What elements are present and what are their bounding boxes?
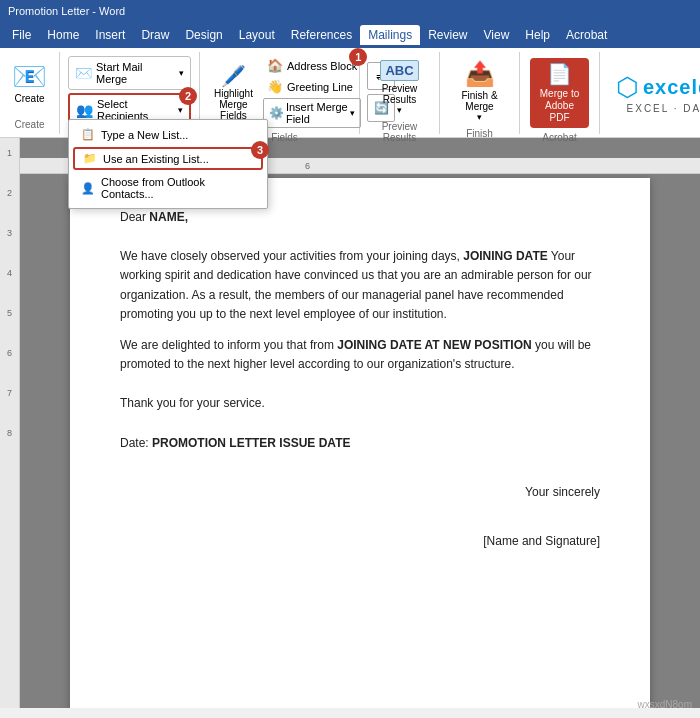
list-icon: 📋 — [81, 128, 95, 141]
paragraph-2: We are delighted to inform you that from… — [120, 336, 600, 374]
main-area: 1 2 3 4 5 6 7 8 1 2 3 4 5 6 Dear NAME, W… — [0, 138, 700, 708]
ribbon-group-create: 📧 Create Create — [0, 52, 60, 134]
recipients-icon: 👥 — [76, 102, 93, 118]
choose-outlook-label: Choose from Outlook Contacts... — [101, 176, 255, 200]
merge-adobe-button[interactable]: 📄 Merge toAdobe PDF — [530, 58, 589, 128]
ribbon-group-start-mailmerge: ✉️ Start Mail Merge ▾ 👥 Select Recipient… — [60, 52, 200, 134]
highlight-icon: 🖊️ — [221, 64, 246, 88]
contacts-icon: 👤 — [81, 182, 95, 195]
address-block-label: Address Block — [287, 60, 357, 72]
menubar-item-insert[interactable]: Insert — [87, 25, 133, 45]
merge-field-icon: ⚙️ — [269, 106, 284, 120]
create-group-label: Create — [14, 117, 44, 130]
paragraph-1: We have closely observed your activities… — [120, 247, 600, 324]
dropdown-arrow-icon: ▾ — [179, 68, 184, 78]
signature-paragraph: [Name and Signature] — [120, 532, 600, 551]
preview-group-label: Preview Results — [368, 119, 431, 143]
insert-merge-field-label: Insert Merge Field — [286, 101, 348, 125]
document-page: Dear NAME, We have closely observed your… — [70, 178, 650, 708]
para2-text-a: We are delighted to inform you that from — [120, 338, 337, 352]
folder-icon: 📁 — [83, 152, 97, 165]
finish-group-label: Finish — [466, 126, 493, 139]
menubar-item-mailings[interactable]: Mailings — [360, 25, 420, 45]
logo-container: ⬡ exceldemy EXCEL · DATA · BI — [600, 52, 700, 134]
document-area[interactable]: 1 2 3 4 5 6 Dear NAME, We have closely o… — [20, 138, 700, 708]
insert-merge-field-button[interactable]: ⚙️ Insert Merge Field ▾ — [263, 98, 361, 128]
create-label: Create — [14, 93, 44, 104]
menubar-item-review[interactable]: Review — [420, 25, 475, 45]
dear-text: Dear — [120, 210, 149, 224]
date-paragraph: Date: PROMOTION LETTER ISSUE DATE — [120, 434, 600, 453]
logo-hex-icon: ⬡ — [616, 72, 639, 103]
finish-merge-button[interactable]: 📤 Finish &Merge ▾ — [453, 56, 505, 126]
recipients-dropdown-icon: ▾ — [178, 105, 183, 115]
create-icon: 📧 — [12, 60, 47, 93]
menubar-item-acrobat[interactable]: Acrobat — [558, 25, 615, 45]
abc-icon: ABC — [380, 60, 418, 81]
type-new-list-item[interactable]: 📋 Type a New List... — [69, 123, 267, 146]
finish-dropdown-icon: ▾ — [477, 112, 482, 122]
acrobat-group-label: Acrobat — [542, 130, 576, 143]
preview-dropdown-icon: ▾ — [397, 105, 402, 115]
menubar: File Home Insert Draw Design Layout Refe… — [0, 22, 700, 48]
filename: Promotion Letter - Word — [8, 5, 125, 17]
envelope-icon: ✉️ — [75, 65, 92, 81]
menubar-item-design[interactable]: Design — [177, 25, 230, 45]
closing-paragraph: Your sincerely — [120, 483, 600, 502]
watermark: wxsxdN8om — [638, 699, 692, 708]
logo-text: exceldemy — [643, 76, 700, 99]
finish-icon: 📤 — [465, 60, 495, 88]
preview-results-button[interactable]: ABC PreviewResults ▾ — [372, 56, 426, 119]
merge-field-dropdown-icon: ▾ — [350, 108, 355, 118]
use-existing-list-item[interactable]: 📁 Use an Existing List... 3 — [73, 147, 263, 170]
joining-date-new-field: JOINING DATE AT NEW POSITION — [337, 338, 531, 352]
select-recipients-dropdown: 📋 Type a New List... 📁 Use an Existing L… — [68, 119, 268, 209]
ribbon-group-preview: ABC PreviewResults ▾ Preview Results — [360, 52, 440, 134]
side-ruler: 1 2 3 4 5 6 7 8 — [0, 138, 20, 708]
highlight-merge-button[interactable]: 🖊️ HighlightMerge Fields — [208, 60, 259, 125]
menubar-item-draw[interactable]: Draw — [133, 25, 177, 45]
ribbon-group-finish: 📤 Finish &Merge ▾ Finish — [440, 52, 520, 134]
start-mailmerge-label: Start Mail Merge — [96, 61, 175, 85]
adobe-icon: 📄 — [547, 62, 572, 86]
para1-text-a: We have closely observed your activities… — [120, 249, 463, 263]
joining-date-field: JOINING DATE — [463, 249, 547, 263]
menubar-item-home[interactable]: Home — [39, 25, 87, 45]
greeting-icon: 👋 — [267, 79, 283, 94]
address-block-icon: 🏠 — [267, 58, 283, 73]
greeting-line-button[interactable]: 👋 Greeting Line — [263, 77, 361, 96]
ribbon: 📧 Create Create ✉️ Start Mail Merge ▾ 👥 … — [0, 48, 700, 138]
thanks-paragraph: Thank you for your service. — [120, 394, 600, 413]
badge-select-recipients: 2 — [179, 87, 197, 105]
type-new-list-label: Type a New List... — [101, 129, 188, 141]
menubar-item-references[interactable]: References — [283, 25, 360, 45]
create-button[interactable]: 📧 Create — [5, 56, 55, 108]
logo-sub: EXCEL · DATA · BI — [627, 103, 700, 114]
menubar-item-layout[interactable]: Layout — [231, 25, 283, 45]
date-field: PROMOTION LETTER ISSUE DATE — [152, 436, 350, 450]
ribbon-group-acrobat: 📄 Merge toAdobe PDF Acrobat — [520, 52, 600, 134]
menubar-item-view[interactable]: View — [476, 25, 518, 45]
choose-outlook-contacts-item[interactable]: 👤 Choose from Outlook Contacts... — [69, 171, 267, 205]
select-recipients-container: 👥 Select Recipients ▾ 2 📋 Type a New Lis… — [68, 93, 191, 129]
name-field: NAME, — [149, 210, 188, 224]
address-block-button[interactable]: 🏠 Address Block 1 — [263, 56, 361, 75]
use-existing-list-label: Use an Existing List... — [103, 153, 209, 165]
date-label: Date: — [120, 436, 152, 450]
greeting-paragraph: Dear NAME, — [120, 208, 600, 227]
start-mailmerge-button[interactable]: ✉️ Start Mail Merge ▾ — [68, 56, 191, 90]
badge-use-existing: 3 — [251, 141, 269, 159]
menubar-item-help[interactable]: Help — [517, 25, 558, 45]
greeting-line-label: Greeting Line — [287, 81, 353, 93]
highlight-label: HighlightMerge Fields — [214, 88, 253, 121]
titlebar: Promotion Letter - Word — [0, 0, 700, 22]
menubar-item-file[interactable]: File — [4, 25, 39, 45]
